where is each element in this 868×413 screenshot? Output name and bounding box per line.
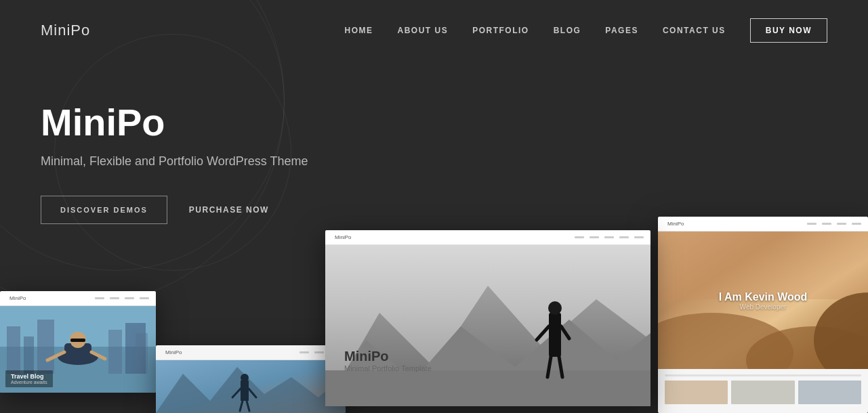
hero-subtitle: Minimal, Flexible and Portfolio WordPres… [41,154,827,169]
site-logo[interactable]: MiniPo [41,22,90,39]
hero-section: MiniPo Minimal, Flexible and Portfolio W… [0,61,868,224]
buy-now-button[interactable]: BUY NOW [750,18,827,43]
mock-nav-left [95,297,149,299]
mock-nav-dot [604,236,614,238]
browser-bar-mid: MiniPo [156,345,346,360]
svg-rect-7 [136,333,148,374]
preview-image-right: I Am Kevin Wood Web Developer [658,232,868,369]
right-grid-item-1 [665,381,728,404]
right-preview-bottom [658,369,868,413]
right-grid-item-2 [731,381,794,404]
svg-point-17 [241,374,249,382]
left-overlay-sub: Adventure awaits [11,380,47,385]
mock-nav-dot [110,297,119,299]
right-bottom-divider [665,374,861,376]
hero-title: MiniPo [41,102,827,144]
left-preview-overlay: Travel Blog Adventure awaits [5,370,53,387]
right-grid-item-3 [798,381,861,404]
svg-rect-5 [108,330,122,374]
right-preview-title: I Am Kevin Wood [719,290,808,303]
preview-logo-center: MiniPo [335,234,351,240]
svg-rect-33 [658,232,868,299]
browser-bar-left: MiniPo [0,291,156,306]
mock-nav-center [575,236,644,238]
center-preview-title: MiniPo [344,349,432,364]
browser-bar-center: MiniPo [325,230,650,245]
main-nav: HOME ABOUT US PORTFOLIO BLOG PAGES CONTA… [344,18,827,43]
preview-logo-mid: MiniPo [165,349,182,355]
header: MiniPo HOME ABOUT US PORTFOLIO BLOG PAGE… [0,0,868,61]
preview-logo-left: MiniPo [9,295,26,301]
discover-demos-button[interactable]: DISCOVER DEMOS [41,196,167,224]
mock-nav-dot [125,297,134,299]
nav-about[interactable]: ABOUT US [397,26,448,35]
preview-left: MiniPo [0,291,156,393]
left-overlay-text: Travel Blog [11,373,47,380]
svg-rect-11 [70,339,85,342]
right-overlay: I Am Kevin Wood Web Developer [719,290,808,310]
mock-nav-dot [575,236,584,238]
hero-buttons: DISCOVER DEMOS PURCHASE NOW [41,196,827,224]
svg-rect-25 [325,370,650,406]
mock-nav-dot [314,351,324,353]
mock-nav-dot [299,351,309,353]
preview-image-mid [156,360,346,413]
nav-home[interactable]: HOME [344,26,373,35]
svg-rect-2 [7,326,20,374]
svg-rect-16 [241,381,249,401]
mock-nav-dot [634,236,644,238]
svg-rect-3 [24,336,34,374]
mock-nav-dot [590,236,599,238]
mock-nav-dot [140,297,149,299]
right-preview-sub: Web Developer [719,303,808,310]
preview-mid-bottom: MiniPo [156,345,346,413]
preview-image-left: Travel Blog Adventure awaits [0,306,156,393]
mock-nav-dot [619,236,629,238]
mock-nav-dot [95,297,104,299]
center-preview-sub: Minimal Portfolio Template [344,364,432,372]
svg-rect-26 [549,313,561,357]
svg-rect-4 [37,320,54,374]
purchase-now-link[interactable]: PURCHASE NOW [189,205,269,215]
center-overlay: MiniPo Minimal Portfolio Template [344,349,432,372]
preview-right: MiniPo [658,217,868,413]
nav-pages[interactable]: PAGES [605,26,638,35]
preview-center: MiniPo [325,230,650,406]
nav-contact[interactable]: CONTACT US [663,26,726,35]
nav-blog[interactable]: BLOG [554,26,581,35]
previews-container: MiniPo [0,223,868,413]
right-bottom-grid [665,381,861,404]
svg-point-27 [548,301,562,315]
preview-image-center: MiniPo Minimal Portfolio Template [325,245,650,406]
nav-portfolio[interactable]: PORTFOLIO [472,26,529,35]
